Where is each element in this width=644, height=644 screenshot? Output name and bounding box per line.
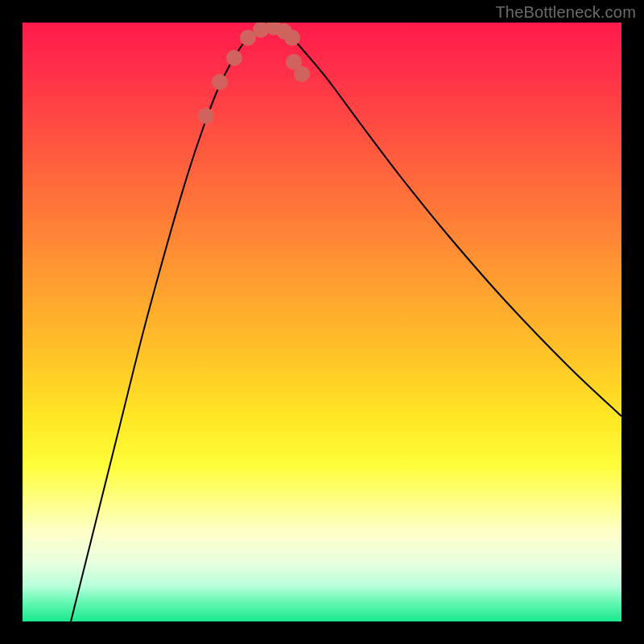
watermark-text: TheBottleneck.com [495, 3, 636, 22]
highlight-dot-group [198, 23, 310, 124]
highlight-dot [198, 108, 214, 124]
highlight-dot [284, 30, 300, 46]
highlight-dot [294, 66, 310, 82]
chart-svg [23, 23, 621, 621]
bottleneck-curve [71, 27, 621, 621]
chart-plot-area [23, 23, 621, 621]
highlight-dot [212, 74, 228, 90]
highlight-dot [226, 50, 242, 66]
